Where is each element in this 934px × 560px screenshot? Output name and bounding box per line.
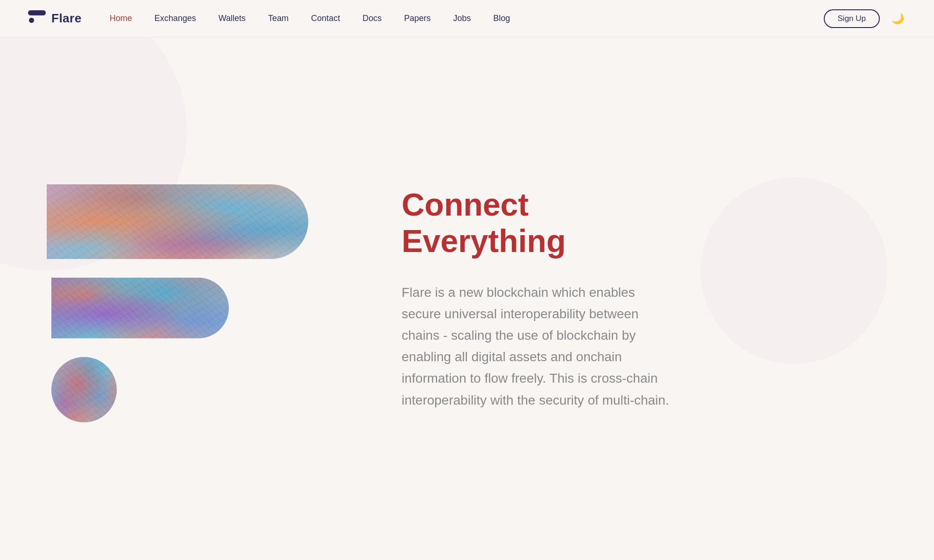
nav-item-team[interactable]: Team	[268, 14, 289, 23]
nav-item-blog[interactable]: Blog	[493, 14, 510, 23]
brand-name: Flare	[51, 11, 82, 26]
nav-item-exchanges[interactable]: Exchanges	[155, 14, 196, 23]
hero-shape-medium	[51, 278, 229, 338]
nav-item-wallets[interactable]: Wallets	[219, 14, 246, 23]
nav-links: Home Exchanges Wallets Team Contact Docs…	[110, 14, 824, 23]
hero-text: Connect Everything Flare is a new blockc…	[374, 186, 672, 411]
nav-item-papers[interactable]: Papers	[404, 14, 431, 23]
hero-headline: Connect Everything	[402, 186, 672, 259]
hero-description: Flare is a new blockchain which enables …	[402, 282, 672, 411]
logo[interactable]: Flare	[28, 10, 82, 27]
hero-shape-circle	[51, 357, 117, 422]
logo-icon	[28, 10, 47, 27]
nav-actions: Sign Up 🌙	[824, 9, 906, 28]
signup-button[interactable]: Sign Up	[824, 9, 880, 28]
nav-item-home[interactable]: Home	[110, 14, 132, 23]
main-content: Connect Everything Flare is a new blockc…	[0, 37, 934, 560]
nav-item-contact[interactable]: Contact	[311, 14, 340, 23]
nav-item-docs[interactable]: Docs	[362, 14, 382, 23]
theme-toggle-button[interactable]: 🌙	[889, 10, 906, 27]
marble-texture-medium	[51, 278, 229, 338]
nav-item-jobs[interactable]: Jobs	[453, 14, 471, 23]
navbar: Flare Home Exchanges Wallets Team Contac…	[0, 0, 934, 37]
hero-shape-large	[47, 184, 308, 259]
marble-texture-circle	[51, 357, 117, 422]
hero-shapes	[47, 175, 374, 422]
marble-texture-large	[47, 184, 308, 259]
